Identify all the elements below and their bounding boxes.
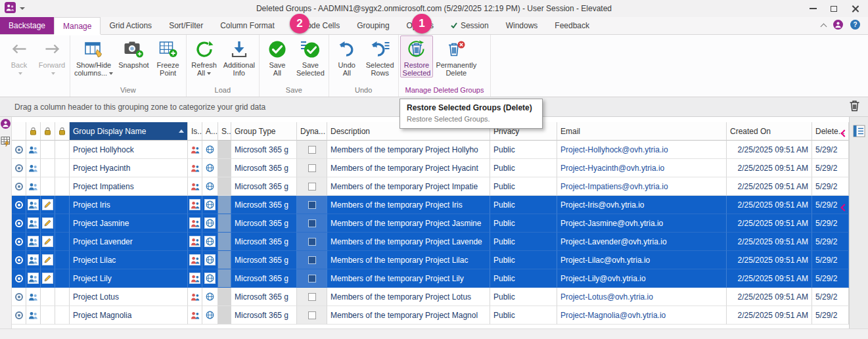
forward-button[interactable]: Forward [35, 35, 68, 77]
grid-row-project-impatiens[interactable]: Project ImpatiensMicrosoft 365 gMembers … [12, 177, 849, 196]
tab-feedback[interactable]: Feedback [546, 17, 598, 34]
people-pair-icon [28, 236, 39, 247]
column-header-email[interactable]: Email [557, 122, 727, 141]
cell-privacy: Public [490, 269, 557, 288]
dynamic-membership-checkbox[interactable] [308, 293, 316, 301]
cell-description: Members of the temporary Project Magnol [327, 306, 490, 325]
column-header-createdOn[interactable]: Created On [727, 122, 812, 141]
tab-grouping[interactable]: Grouping [348, 17, 398, 34]
column-header-a[interactable]: A... [202, 122, 218, 141]
column-header-label: Description [331, 127, 370, 136]
cell-created-on: 2/25/2025 09:51 AM [727, 159, 812, 177]
dynamic-membership-checkbox[interactable] [308, 219, 316, 227]
help-icon[interactable]: ? [850, 20, 860, 32]
back-button[interactable]: Back [3, 35, 35, 77]
restore-selected-button[interactable]: RestoreSelected [400, 35, 434, 78]
cell-description: Members of the temporary Project Impatie [327, 177, 490, 196]
app-menu-caret-icon[interactable] [20, 7, 25, 10]
dynamic-membership-checkbox[interactable] [308, 146, 316, 154]
snapshot-button[interactable]: Snapshot [116, 35, 151, 77]
edit-indicator-cell [41, 214, 55, 233]
tab-session[interactable]: Session [442, 17, 497, 34]
tab-grid-actions[interactable]: Grid Actions [101, 17, 160, 34]
dynamic-membership-checkbox[interactable] [308, 183, 316, 191]
button-label: Save [302, 61, 319, 69]
dropdown-caret-icon [109, 72, 113, 75]
dynamic-membership-checkbox[interactable] [308, 256, 316, 264]
button-label: Refresh [191, 61, 217, 69]
refresh-all-button[interactable]: RefreshAll [188, 35, 221, 77]
clear-grouping-button[interactable] [849, 100, 863, 114]
column-header-dyna[interactable]: Dyna... [297, 122, 327, 141]
column-header-label: Group Display Name [73, 127, 146, 136]
column-header-s[interactable]: S... [218, 122, 231, 141]
cell-groupType: Microsoft 365 g [231, 288, 297, 306]
refresh-all-icon [195, 38, 214, 60]
freeze-point-button[interactable]: FreezePoint [152, 35, 185, 77]
button-label: Selected [296, 69, 325, 77]
tab-manage[interactable]: Manage [54, 17, 101, 34]
dynamic-membership-checkbox[interactable] [308, 238, 316, 246]
save-all-button[interactable]: SaveAll [261, 35, 294, 77]
grid-row-project-magnolia[interactable]: Project MagnoliaMicrosoft 365 gMembers o… [12, 306, 849, 325]
row-state-cell [12, 269, 26, 288]
grid-lightning-icon[interactable] [1, 135, 11, 149]
cell-email: Project-Lavender@ovh.ytria.io [557, 233, 727, 251]
minimize-button[interactable] [802, 0, 823, 17]
ribbon-group-label: View [72, 84, 185, 97]
profile-icon[interactable] [1, 119, 11, 131]
tab-backstage[interactable]: Backstage [0, 17, 54, 34]
globe-icon [206, 164, 214, 172]
collapse-ribbon-icon[interactable] [821, 24, 827, 30]
cell-created-on: 2/25/2025 09:51 AM [727, 269, 812, 288]
additional-info-button[interactable]: AdditionalInfo [221, 35, 258, 77]
maximize-button[interactable] [823, 0, 844, 17]
dynamic-membership-checkbox[interactable] [308, 164, 316, 172]
ribbon-group-load: RefreshAllAdditionalInfoLoad [187, 35, 260, 97]
dynamic-membership-checkbox[interactable] [308, 201, 316, 209]
cell-email: Project-Hollyhock@ovh.ytria.io [557, 141, 727, 159]
cell-privacy: Public [490, 233, 557, 251]
cell-name: Project Lavender [70, 233, 188, 251]
cell-created-on: 2/25/2025 09:51 AM [727, 196, 812, 214]
grid-row-project-lotus[interactable]: Project LotusMicrosoft 365 gMembers of t… [12, 288, 849, 306]
save-all-icon [268, 38, 286, 60]
show-hide-columns-button[interactable]: Show/Hidecolumns... [72, 35, 116, 77]
dynamic-membership-checkbox[interactable] [308, 311, 316, 319]
column-header-groupType[interactable]: Group Type [231, 122, 297, 141]
cell-deleted: 5/29/2 [812, 159, 849, 177]
column-header-name[interactable]: Group Display Name [70, 122, 188, 141]
dropdown-caret-icon [207, 72, 211, 75]
tab-sort-filter[interactable]: Sort/Filter [160, 17, 212, 34]
grid-row-project-hollyhock[interactable]: Project HollyhockMicrosoft 365 gMembers … [12, 141, 849, 159]
pencil-icon [42, 273, 53, 284]
undo-selected-rows-button[interactable]: SelectedRows [363, 35, 397, 77]
app-icon[interactable] [5, 2, 16, 16]
grid-row-project-lavender[interactable]: Project LavenderMicrosoft 365 gMembers o… [12, 233, 849, 251]
save-selected-button[interactable]: SaveSelected [294, 35, 327, 77]
undo-all-button[interactable]: UndoAll [331, 35, 363, 77]
column-header-is[interactable]: Is... [188, 122, 202, 141]
cell-groupType: Microsoft 365 g [231, 251, 297, 269]
close-button[interactable] [844, 0, 865, 17]
tab-column-format[interactable]: Column Format [212, 17, 283, 34]
list-panel-icon[interactable] [853, 125, 865, 140]
tab-windows[interactable]: Windows [497, 17, 547, 34]
column-header-gutter[interactable] [12, 122, 26, 141]
eye-icon [15, 219, 23, 227]
grid-row-project-lily[interactable]: Project LilyMicrosoft 365 gMembers of th… [12, 269, 849, 288]
permanently-delete-button[interactable]: PermanentlyDelete [433, 35, 479, 77]
lock-icon[interactable] [41, 122, 55, 141]
grid-row-project-lilac[interactable]: Project LilacMicrosoft 365 gMembers of t… [12, 251, 849, 269]
lock-icon[interactable] [55, 122, 70, 141]
row-state-cell [12, 159, 26, 177]
lock-icon[interactable] [26, 122, 41, 141]
edit-indicator-cell [41, 196, 55, 214]
grid-row-project-iris[interactable]: Project IrisMicrosoft 365 gMembers of th… [12, 196, 849, 214]
grid-row-project-hyacinth[interactable]: Project HyacinthMicrosoft 365 gMembers o… [12, 159, 849, 177]
dynamic-membership-checkbox[interactable] [308, 275, 316, 282]
grid-row-project-jasmine[interactable]: Project JasmineMicrosoft 365 gMembers of… [12, 214, 849, 233]
cell-description: Members of the temporary Project Hollyho [327, 141, 490, 159]
profile-icon[interactable] [833, 20, 843, 32]
sort-asc-icon [179, 129, 184, 133]
